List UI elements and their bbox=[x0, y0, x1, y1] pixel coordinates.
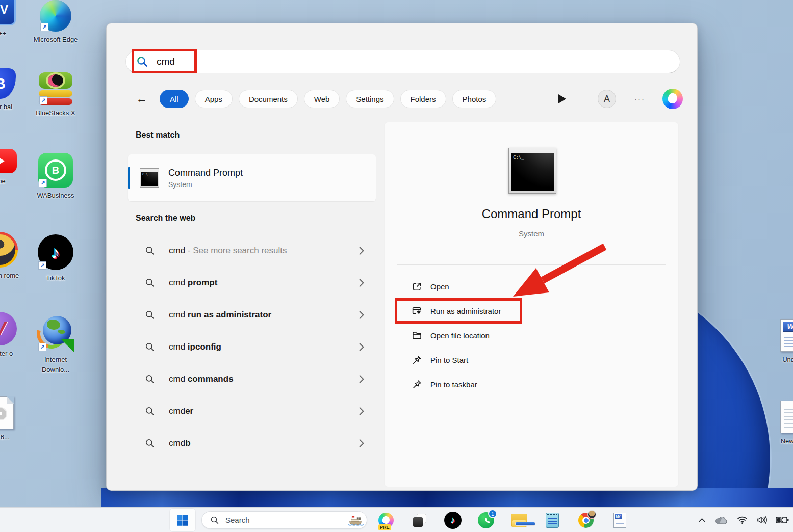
best-match-item[interactable]: Command Prompt System bbox=[128, 154, 376, 201]
desktop-icon-browser[interactable]: B wser bal bbox=[0, 68, 27, 112]
tab-all[interactable]: All bbox=[160, 90, 189, 108]
desktop-icon-label: C++ bbox=[0, 29, 6, 39]
dev-cpp-letters: EV bbox=[0, 3, 8, 17]
bluestacks-icon bbox=[39, 72, 72, 105]
tab-photos[interactable]: Photos bbox=[452, 90, 497, 108]
best-match-subtitle: System bbox=[168, 180, 243, 189]
suggestion-text: cmder bbox=[169, 406, 193, 416]
action-open-file-location[interactable]: Open file location bbox=[397, 323, 667, 348]
chevron-right-icon bbox=[359, 246, 365, 255]
desktop-icon-label: ube bbox=[0, 176, 6, 187]
chevron-right-icon bbox=[359, 342, 365, 352]
copilot-icon[interactable] bbox=[662, 89, 683, 109]
tab-documents[interactable]: Documents bbox=[239, 90, 298, 108]
desktop-icon-new-document[interactable]: New Doc bbox=[772, 401, 793, 446]
edge-icon bbox=[40, 0, 71, 32]
action-label: Pin to taskbar bbox=[430, 380, 477, 389]
command-prompt-icon bbox=[140, 168, 159, 188]
search-input[interactable]: cmd bbox=[157, 56, 175, 67]
desktop-icon-youtube[interactable]: ube bbox=[0, 149, 27, 187]
whatsapp-icon: 1 bbox=[478, 512, 494, 528]
desktop-icon-label: Unde fo bbox=[782, 355, 793, 365]
chevron-up-icon[interactable] bbox=[698, 517, 706, 523]
action-open[interactable]: Open bbox=[397, 274, 667, 299]
desktop-icon-dev-cpp[interactable]: EV C++ bbox=[0, 0, 27, 39]
shortcut-arrow-icon bbox=[38, 261, 46, 270]
web-suggestion-row[interactable]: cmd run as administrator bbox=[128, 302, 376, 328]
web-suggestion-row[interactable]: cmder bbox=[128, 398, 376, 424]
document-icon bbox=[0, 396, 14, 429]
web-suggestion-row[interactable]: cmd prompt bbox=[128, 270, 376, 296]
notepad-icon bbox=[546, 513, 559, 528]
action-pin-to-start[interactable]: Pin to Start bbox=[397, 348, 667, 372]
start-button[interactable] bbox=[170, 509, 195, 531]
panel-subtitle: System bbox=[385, 229, 678, 238]
panel-divider bbox=[397, 264, 666, 265]
desktop-icon-label: Master o bbox=[0, 349, 13, 359]
desktop-icon-microsoft-edge[interactable]: Microsoft Edge bbox=[32, 0, 80, 45]
taskbar-copilot-button[interactable]: PRE bbox=[377, 512, 395, 529]
pin-icon bbox=[412, 379, 423, 390]
taskbar-tiktok-button[interactable]: ♪ bbox=[444, 512, 462, 529]
taskbar-snip-button[interactable] bbox=[411, 512, 428, 529]
action-label: Open bbox=[430, 282, 449, 291]
back-button[interactable]: ← bbox=[136, 92, 147, 105]
web-suggestion-row[interactable]: cmd - See more search results bbox=[128, 238, 376, 263]
taskbar-whatsapp-button[interactable]: 1 bbox=[477, 512, 495, 529]
selection-accent-bar bbox=[128, 167, 130, 189]
taskbar-file-explorer-button[interactable] bbox=[510, 512, 528, 529]
search-window: cmd ← All Apps Documents Web Settings Fo… bbox=[106, 23, 698, 491]
search-icon bbox=[145, 246, 155, 256]
tab-web[interactable]: Web bbox=[304, 90, 340, 108]
panel-title: Command Prompt bbox=[385, 207, 678, 221]
shortcut-arrow-icon bbox=[40, 23, 48, 31]
action-run-as-administrator[interactable]: Run as administrator bbox=[397, 299, 667, 323]
person-photo-icon bbox=[0, 232, 18, 268]
web-suggestion-row[interactable]: cmd commands bbox=[128, 366, 376, 392]
tab-folders[interactable]: Folders bbox=[400, 90, 446, 108]
web-suggestion-row[interactable]: cmd ipconfig bbox=[128, 334, 376, 360]
typed-text: cmd bbox=[169, 406, 185, 416]
battery-icon[interactable] bbox=[776, 516, 789, 524]
search-icon bbox=[145, 278, 155, 288]
more-tabs-icon[interactable] bbox=[558, 94, 566, 103]
volume-icon[interactable] bbox=[756, 516, 767, 524]
idm-icon bbox=[38, 316, 73, 352]
taskbar-search-box[interactable]: Search bbox=[201, 511, 367, 529]
taskbar-chrome-button[interactable] bbox=[577, 512, 595, 529]
shortcut-arrow-icon bbox=[39, 179, 47, 187]
taskbar-notepad-button[interactable] bbox=[544, 512, 561, 529]
completion-text: er bbox=[185, 406, 193, 416]
taskbar-word-button[interactable]: W bbox=[611, 512, 628, 529]
best-match-heading: Best match bbox=[136, 130, 180, 140]
desktop-icon-bluestacks[interactable]: BlueStacks X bbox=[32, 72, 80, 118]
desktop-icon-master[interactable]: V Master o bbox=[0, 312, 27, 359]
suggestion-text: cmd run as administrator bbox=[169, 310, 271, 320]
web-suggestion-row[interactable]: cmdb bbox=[128, 431, 376, 456]
more-options-button[interactable]: ··· bbox=[634, 95, 645, 103]
account-avatar[interactable]: A bbox=[598, 90, 616, 108]
desktop-icon-word-document[interactable]: W Unde fo bbox=[772, 319, 793, 365]
action-pin-to-taskbar[interactable]: Pin to taskbar bbox=[397, 372, 667, 396]
search-bar[interactable]: cmd bbox=[125, 50, 680, 73]
desktop-icon-wabusiness[interactable]: B WABusiness bbox=[32, 153, 80, 201]
wifi-icon[interactable] bbox=[737, 516, 748, 524]
desktop-icon-file-6x6[interactable]: 6.X6... bbox=[0, 396, 27, 442]
best-match-title: Command Prompt bbox=[168, 168, 243, 178]
chevron-right-icon bbox=[359, 310, 365, 320]
chevron-right-icon bbox=[359, 375, 365, 384]
typed-text: cmd bbox=[169, 310, 185, 320]
browser-shield-icon: B bbox=[0, 68, 16, 99]
desktop-icon-person-chrome[interactable]: Person rome bbox=[0, 232, 27, 281]
desktop-icon-idm[interactable]: Internet Downlo... bbox=[32, 316, 80, 375]
onedrive-cloud-icon[interactable] bbox=[714, 516, 728, 525]
document-lines bbox=[616, 521, 624, 526]
action-label: Open file location bbox=[430, 331, 490, 340]
cmd-screen bbox=[511, 153, 554, 191]
typed-text: cmd bbox=[169, 342, 185, 352]
tab-settings[interactable]: Settings bbox=[346, 90, 394, 108]
desktop-icon-tiktok[interactable]: ♪ TikTok bbox=[32, 234, 80, 283]
chrome-profile-avatar bbox=[587, 510, 596, 519]
completion-text: b bbox=[185, 438, 190, 448]
tab-apps[interactable]: Apps bbox=[195, 90, 233, 108]
